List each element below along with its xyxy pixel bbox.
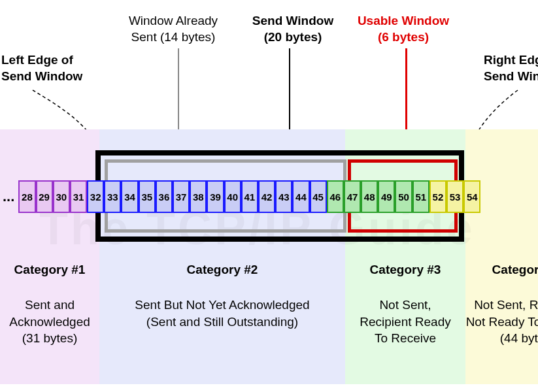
byte-cell: 34 (121, 180, 138, 213)
byte-cell: 29 (36, 180, 53, 213)
byte-cell: 46 (327, 180, 344, 213)
byte-cell: 43 (275, 180, 292, 213)
cat3-block: Category #3 Not Sent,Recipient ReadyTo R… (345, 263, 465, 325)
byte-cell-row: ... 28 29 30 31 32 33 34 35 36 37 38 39 … (0, 179, 538, 214)
byte-cell: 35 (139, 180, 156, 213)
byte-cell: 49 (378, 180, 395, 213)
cat1-block: Category #1 Sent andAcknowledged(31 byte… (0, 263, 99, 325)
cat3-desc: Not Sent,Recipient ReadyTo Receive (345, 297, 465, 347)
diagram-body: The TCP/IP Guide ... 28 29 30 31 32 33 3… (0, 129, 538, 391)
byte-cell: 52 (429, 180, 446, 213)
byte-cell: 53 (446, 180, 463, 213)
cat2-block: Category #2 Sent But Not Yet Acknowledge… (99, 263, 345, 308)
cat1-title: Category #1 (0, 263, 99, 277)
byte-cell: 28 (18, 180, 35, 213)
cat2-title: Category #2 (99, 263, 345, 277)
label-right-edge: Right Edge ofSend Window (484, 52, 538, 84)
cat3-title: Category #3 (345, 263, 465, 277)
cat4-desc: Not Sent, RecipientNot Ready To Receive(… (465, 297, 538, 347)
byte-cell: 36 (156, 180, 173, 213)
byte-cell: 50 (395, 180, 412, 213)
label-send-window: Send Window(20 bytes) (241, 13, 345, 45)
byte-cell: 37 (173, 180, 190, 213)
cat2-desc: Sent But Not Yet Acknowledged(Sent and S… (99, 297, 345, 330)
byte-cell: 30 (53, 180, 70, 213)
label-already-sent: Window AlreadySent (14 bytes) (111, 13, 235, 45)
byte-cell: 48 (361, 180, 378, 213)
byte-cell: 44 (292, 180, 309, 213)
byte-cell: 47 (344, 180, 361, 213)
cat1-desc: Sent andAcknowledged(31 bytes) (0, 297, 99, 347)
byte-cell: 31 (70, 180, 87, 213)
byte-cell: 33 (104, 180, 121, 213)
byte-cell: 51 (412, 180, 429, 213)
label-left-edge: Left Edge ofSend Window (1, 52, 93, 84)
label-usable-window: Usable Window(6 bytes) (348, 13, 459, 45)
leading-dots: ... (0, 188, 18, 205)
byte-cell: 32 (87, 180, 104, 213)
byte-cell: 41 (241, 180, 258, 213)
byte-cell: 45 (310, 180, 327, 213)
top-label-area: Left Edge ofSend Window Window AlreadySe… (0, 10, 538, 128)
byte-cell: 42 (258, 180, 275, 213)
byte-cell: 38 (190, 180, 207, 213)
cat4-block: Category #4 Not Sent, RecipientNot Ready… (465, 263, 538, 325)
byte-cell: 54 (463, 180, 480, 213)
byte-cell: 40 (224, 180, 241, 213)
byte-cell: 39 (207, 180, 224, 213)
cat4-title: Category #4 (465, 263, 538, 277)
